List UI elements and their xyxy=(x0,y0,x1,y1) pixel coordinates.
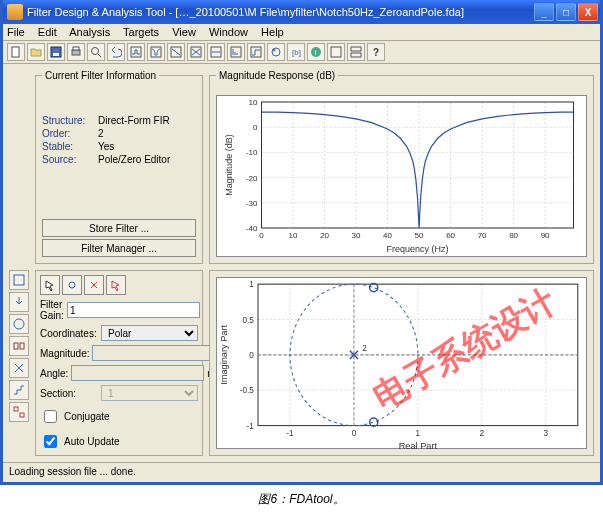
svg-text:i: i xyxy=(315,48,317,57)
angle-input[interactable] xyxy=(71,365,204,381)
filter-manager-button[interactable]: Filter Manager ... xyxy=(42,239,196,257)
side-transform-icon[interactable] xyxy=(9,358,29,378)
tool-undo-icon[interactable] xyxy=(107,43,125,61)
coord-select[interactable]: Polar xyxy=(101,325,198,341)
svg-text:1: 1 xyxy=(416,429,421,438)
gain-label: Filter Gain: xyxy=(40,299,64,321)
current-filter-info: Current Filter Information Structure:Dir… xyxy=(35,70,203,264)
side-quant-icon[interactable] xyxy=(9,380,29,400)
svg-text:?: ? xyxy=(373,47,379,58)
menu-file[interactable]: File xyxy=(7,26,25,38)
magnitude-response-panel: Magnitude Response (dB) 0102030405060708… xyxy=(209,70,594,264)
svg-text:[b]: [b] xyxy=(292,48,301,57)
svg-point-27 xyxy=(14,319,24,329)
mode-delete-icon[interactable] xyxy=(106,275,126,295)
app-icon xyxy=(7,4,23,20)
svg-text:2: 2 xyxy=(362,344,367,353)
side-design-icon[interactable] xyxy=(9,270,29,290)
cfi-source-value: Pole/Zero Editor xyxy=(98,154,170,165)
tool-zoom-icon[interactable] xyxy=(87,43,105,61)
svg-rect-31 xyxy=(20,413,24,417)
tool-impulse-icon[interactable] xyxy=(227,43,245,61)
section-label: Section: xyxy=(40,388,98,399)
maximize-button[interactable]: □ xyxy=(556,3,576,21)
svg-text:80: 80 xyxy=(509,231,518,240)
svg-text:2: 2 xyxy=(480,429,485,438)
tool-info-icon[interactable]: i xyxy=(307,43,325,61)
tool-phase-icon[interactable] xyxy=(167,43,185,61)
menu-analysis[interactable]: Analysis xyxy=(69,26,110,38)
conjugate-label: Conjugate xyxy=(64,411,110,422)
tool-view1-icon[interactable] xyxy=(327,43,345,61)
window-title: Filter Design & Analysis Tool - […_20100… xyxy=(27,6,532,18)
svg-text:1: 1 xyxy=(249,280,254,289)
store-filter-button[interactable]: Store Filter ... xyxy=(42,219,196,237)
svg-point-18 xyxy=(273,49,275,51)
cfi-structure-label: Structure: xyxy=(42,115,98,126)
tool-open-icon[interactable] xyxy=(27,43,45,61)
svg-rect-2 xyxy=(53,53,59,56)
svg-text:Frequency (Hz): Frequency (Hz) xyxy=(386,244,448,254)
tool-help-icon[interactable]: ? xyxy=(367,43,385,61)
svg-text:-40: -40 xyxy=(246,224,258,233)
autoupdate-label: Auto Update xyxy=(64,436,120,447)
angle-label: Angle: xyxy=(40,368,68,379)
mode-addpole-icon[interactable] xyxy=(84,275,104,295)
svg-rect-3 xyxy=(72,50,80,55)
cfi-order-label: Order: xyxy=(42,128,98,139)
tool-view2-icon[interactable] xyxy=(347,43,365,61)
side-toolbar xyxy=(9,70,31,456)
autoupdate-checkbox[interactable] xyxy=(44,435,57,448)
tool-group-icon[interactable] xyxy=(207,43,225,61)
section-select[interactable]: 1 xyxy=(101,385,198,401)
tool-save-icon[interactable] xyxy=(47,43,65,61)
tool-mag-icon[interactable] xyxy=(147,43,165,61)
svg-text:-0.5: -0.5 xyxy=(240,386,255,395)
side-realize-icon[interactable] xyxy=(9,336,29,356)
tool-step-icon[interactable] xyxy=(247,43,265,61)
side-pz-icon[interactable] xyxy=(9,314,29,334)
tool-new-icon[interactable] xyxy=(7,43,25,61)
menu-targets[interactable]: Targets xyxy=(123,26,159,38)
menu-window[interactable]: Window xyxy=(209,26,248,38)
svg-rect-48 xyxy=(262,102,574,228)
side-import-icon[interactable] xyxy=(9,292,29,312)
svg-text:-20: -20 xyxy=(246,174,258,183)
svg-text:30: 30 xyxy=(352,231,361,240)
svg-text:Magnitude (dB): Magnitude (dB) xyxy=(224,134,234,196)
svg-text:0.5: 0.5 xyxy=(243,316,255,325)
svg-rect-22 xyxy=(331,47,341,57)
conjugate-checkbox[interactable] xyxy=(44,410,57,423)
tool-print-icon[interactable] xyxy=(67,43,85,61)
svg-rect-0 xyxy=(12,47,19,57)
svg-text:0: 0 xyxy=(352,429,357,438)
svg-text:0: 0 xyxy=(249,351,254,360)
tool-magphase-icon[interactable] xyxy=(187,43,205,61)
svg-text:10: 10 xyxy=(249,98,258,107)
menu-edit[interactable]: Edit xyxy=(38,26,57,38)
magnitude-chart: 0102030405060708090-40-30-20-10010Freque… xyxy=(216,95,587,257)
menu-help[interactable]: Help xyxy=(261,26,284,38)
mode-addzero-icon[interactable] xyxy=(62,275,82,295)
side-multi-icon[interactable] xyxy=(9,402,29,422)
magnitude-input[interactable] xyxy=(92,345,225,361)
mode-select-icon[interactable] xyxy=(40,275,60,295)
gain-input[interactable] xyxy=(67,302,200,318)
cfi-stable-label: Stable: xyxy=(42,141,98,152)
svg-rect-24 xyxy=(351,53,361,57)
svg-text:50: 50 xyxy=(415,231,424,240)
svg-rect-30 xyxy=(14,407,18,411)
close-button[interactable]: X xyxy=(578,3,598,21)
svg-text:70: 70 xyxy=(478,231,487,240)
svg-rect-4 xyxy=(73,47,79,50)
svg-text:60: 60 xyxy=(446,231,455,240)
cfi-order-value: 2 xyxy=(98,128,104,139)
minimize-button[interactable]: _ xyxy=(534,3,554,21)
svg-text:90: 90 xyxy=(541,231,550,240)
tool-coeff-icon[interactable]: [b] xyxy=(287,43,305,61)
figure-caption: 图6：FDAtool。 xyxy=(0,485,603,512)
tool-pz-icon[interactable] xyxy=(267,43,285,61)
tool-spec-icon[interactable] xyxy=(127,43,145,61)
menu-view[interactable]: View xyxy=(172,26,196,38)
svg-text:0: 0 xyxy=(253,123,258,132)
